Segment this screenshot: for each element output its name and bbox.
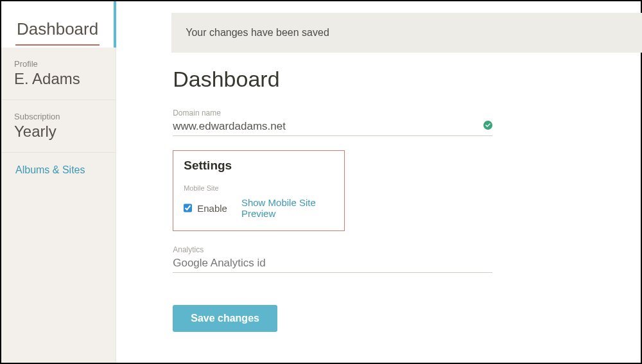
settings-box: Settings Mobile Site Enable Show Mobile … [173,150,345,231]
layout: Dashboard Profile E. Adams Subscription … [1,1,641,363]
mobile-enable-row: Enable Show Mobile Site Preview [184,197,333,219]
mobile-preview-link[interactable]: Show Mobile Site Preview [241,197,333,219]
flash-message: Your changes have been saved [171,13,642,53]
domain-row [173,119,492,136]
analytics-label: Analytics [173,245,640,254]
sidebar-item-subscription[interactable]: Subscription Yearly [1,100,116,153]
sidebar-subscription-label: Subscription [14,112,103,121]
mobile-enable-checkbox[interactable] [184,204,192,212]
sidebar-albums-link[interactable]: Albums & Sites [1,153,116,187]
sidebar-profile-label: Profile [14,59,103,69]
sidebar-tab-dashboard[interactable]: Dashboard [1,1,116,48]
domain-field-group: Domain name [173,108,640,136]
check-circle-icon [483,121,492,132]
sidebar: Dashboard Profile E. Adams Subscription … [1,1,116,363]
main: Dashboard Domain name Sett [116,53,642,332]
analytics-row [173,256,492,273]
analytics-input[interactable] [173,256,492,271]
content: Your changes have been saved Dashboard D… [116,1,642,363]
page-title: Dashboard [173,67,640,92]
settings-title: Settings [184,159,333,173]
save-button[interactable]: Save changes [173,305,277,332]
domain-label: Domain name [173,108,640,117]
sidebar-profile-value: E. Adams [14,70,103,88]
domain-input[interactable] [173,119,483,134]
settings-subtitle: Mobile Site [184,184,333,192]
sidebar-tab-title: Dashboard [15,13,100,46]
sidebar-item-profile[interactable]: Profile E. Adams [1,48,116,100]
sidebar-subscription-value: Yearly [14,123,103,141]
analytics-field-group: Analytics [173,245,640,273]
mobile-enable-label: Enable [197,203,227,214]
app-frame: Dashboard Profile E. Adams Subscription … [0,0,642,364]
